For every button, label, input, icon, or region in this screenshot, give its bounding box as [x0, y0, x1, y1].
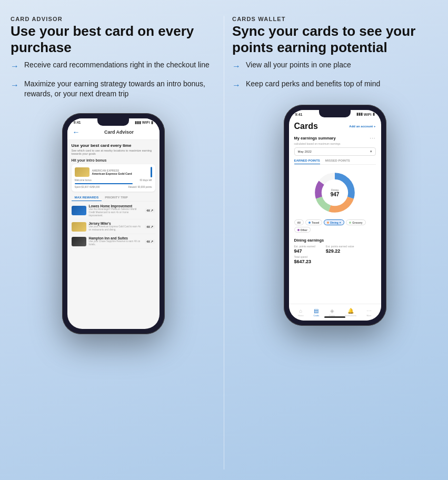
reward-amount: Reward: 90,000 points	[128, 186, 152, 188]
est-points-label: Est. points earned	[294, 245, 315, 248]
earnings-section: My earnings summary ··· calculated based…	[289, 133, 381, 238]
total-spend-value: $647.23	[294, 259, 376, 264]
gold-card-info: AMERICAN EXPRESS American Express Gold C…	[92, 169, 148, 175]
date-selector[interactable]: May 2022 ▾	[294, 147, 376, 156]
notif-nav-icon: 🔔	[347, 308, 354, 314]
filter-grocery[interactable]: Grocery	[346, 219, 365, 225]
wifi-icon: WiFi	[142, 121, 150, 124]
home-nav-icon: ⌂	[299, 308, 302, 314]
dining-stats: Est. points earned 947 Est. points earne…	[294, 245, 376, 254]
tab-earned-points[interactable]: EARNED POINTS	[294, 159, 320, 164]
arrow-icon-4: →	[232, 79, 241, 91]
dining-section: Dining earnings Est. points earned 947 E…	[289, 238, 381, 264]
left-bullet-list: → Receive card recommendations right in …	[11, 60, 216, 99]
phone-notch-left	[97, 118, 129, 126]
nav-notifications[interactable]: 🔔 Notifications	[345, 308, 356, 317]
filter-all[interactable]: All	[294, 219, 304, 225]
nav-home[interactable]: ⌂ Home	[298, 308, 304, 317]
merchant-thumbnail-3	[72, 237, 86, 246]
merchant-badge-1: 4X ↗	[145, 208, 155, 213]
est-value: $29.22	[326, 248, 354, 254]
card-name: American Express Gold Card	[92, 172, 148, 175]
left-bullet-1: → Receive card recommendations right in …	[11, 60, 216, 72]
card-indicator	[151, 167, 152, 177]
est-points-value: 947	[294, 248, 315, 254]
right-bullet-1: → View all your points in one place	[232, 60, 437, 72]
right-phone-wrapper: 9:41 ▮▮▮ WiFi ▮ Cards Add an account +	[232, 105, 437, 469]
points-tabs: EARNED POINTS MISSED POINTS	[294, 159, 376, 165]
nav-more[interactable]: ⋯ More	[366, 308, 372, 317]
days-left: 63 days left	[140, 179, 152, 182]
merchant-lowes: Lowes Home Improvement Use the Advantage…	[72, 204, 155, 220]
points-nav-icon: ◈	[330, 308, 334, 314]
reward-tabs: MAX REWARDS PRIORITY TRIP	[72, 194, 155, 202]
right-bullet-list: → View all your points in one place → Ke…	[232, 60, 437, 91]
spent-row: Spent $3,007.43/$4,000 Reward: 90,000 po…	[75, 186, 152, 188]
home-indicator	[324, 316, 345, 318]
arrow-icon-1: →	[11, 61, 19, 72]
more-nav-icon: ⋯	[366, 308, 372, 314]
spent-amount: Spent $3,007.43/$4,000	[75, 186, 100, 188]
date-label: May 2022	[298, 150, 312, 153]
filter-other[interactable]: Other	[294, 227, 311, 233]
tab-max-rewards[interactable]: MAX REWARDS	[72, 194, 102, 201]
left-panel: CARD ADVISOR Use your best card on every…	[11, 16, 216, 469]
grocery-dot	[349, 222, 351, 224]
right-panel: CARDS WALLET Sync your cards to see your…	[232, 16, 437, 469]
main-container: CARD ADVISOR Use your best card on every…	[0, 0, 448, 480]
merchant-thumbnail-2	[72, 222, 86, 232]
advisor-section-title: Use your best card every time	[72, 143, 155, 148]
tab-missed-points[interactable]: MISSED POINTS	[325, 159, 350, 164]
gold-card-row: AMERICAN EXPRESS American Express Gold C…	[75, 167, 152, 177]
wifi-icon-right: WiFi	[364, 113, 372, 116]
filter-pills: All Travel Dining ✕ Grocery Oth	[294, 219, 376, 233]
arrow-icon-2: →	[11, 79, 19, 91]
bonus-row: Welcome bonus 63 days left	[75, 179, 152, 182]
est-points-group: Est. points earned 947	[294, 245, 315, 254]
merchant-name-2: Jersey Mike's	[89, 222, 143, 225]
left-panel-label: CARD ADVISOR	[11, 16, 216, 22]
filter-travel[interactable]: Travel	[305, 219, 322, 225]
earnings-sub: calculated based on maximum earnings	[294, 142, 376, 145]
back-button[interactable]: ←	[73, 128, 80, 136]
nav-points[interactable]: ◈ Points	[329, 308, 335, 317]
est-value-group: Est. points earned value $29.22	[326, 245, 354, 254]
merchant-thumbnail-1	[72, 206, 86, 215]
merchant-badge-3: 4X ↗	[145, 239, 155, 244]
travel-dot	[308, 222, 311, 224]
more-nav-label: More	[366, 314, 371, 317]
panel-divider	[224, 16, 224, 469]
right-bullet-2: → Keep card perks and benefits top of mi…	[232, 79, 437, 91]
tab-priority-trip[interactable]: PRIORITY TRIP	[102, 194, 131, 201]
merchant-info-3: Hampton Inn and Suites Use your Chase Sa…	[89, 236, 143, 246]
date-chevron-icon: ▾	[370, 149, 372, 154]
gold-card-thumbnail	[75, 167, 89, 177]
donut-value: 947	[331, 192, 340, 197]
nav-cards[interactable]: ▤ Cards	[314, 308, 320, 317]
right-panel-label: CARDS WALLET	[232, 16, 437, 22]
phone-header-title-left: Card Advisor	[84, 129, 154, 135]
cards-nav-icon: ▤	[314, 308, 318, 314]
right-panel-title: Sync your cards to see your points earni…	[232, 23, 437, 56]
merchant-desc-2: Use your American Express Gold Card to e…	[89, 225, 143, 232]
merchant-info-2: Jersey Mike's Use your American Express …	[89, 222, 143, 232]
donut-center: Dining 947	[331, 188, 340, 197]
phone-notch-right	[319, 110, 351, 117]
merchant-desc-3: Use your Chase Sapphire Reserve to earn …	[89, 240, 143, 246]
phone-header-left: ← Card Advisor	[67, 126, 160, 140]
signal-icon-right: ▮▮▮	[356, 112, 363, 116]
left-panel-title: Use your best card on every purchase	[11, 23, 216, 56]
filter-dining[interactable]: Dining ✕	[324, 219, 344, 225]
earnings-menu[interactable]: ···	[370, 135, 375, 141]
battery-icon: ▮	[151, 121, 153, 125]
right-phone: 9:41 ▮▮▮ WiFi ▮ Cards Add an account +	[284, 105, 386, 326]
merchant-name-3: Hampton Inn and Suites	[89, 236, 143, 240]
bottom-nav: ⌂ Home ▤ Cards ◈ Points 🔔	[289, 304, 381, 321]
status-time-left: 9:41	[74, 121, 81, 124]
right-phone-screen: 9:41 ▮▮▮ WiFi ▮ Cards Add an account +	[289, 110, 381, 321]
status-icons-right: ▮▮▮ WiFi ▮	[356, 112, 375, 116]
add-account-button[interactable]: Add an account +	[349, 125, 375, 128]
phone-content-left: Use your best card every time See which …	[67, 140, 160, 254]
cards-nav-label: Cards	[314, 314, 320, 317]
merchant-desc-1: Use the Advantage® Platinum Selector Wor…	[89, 208, 143, 217]
